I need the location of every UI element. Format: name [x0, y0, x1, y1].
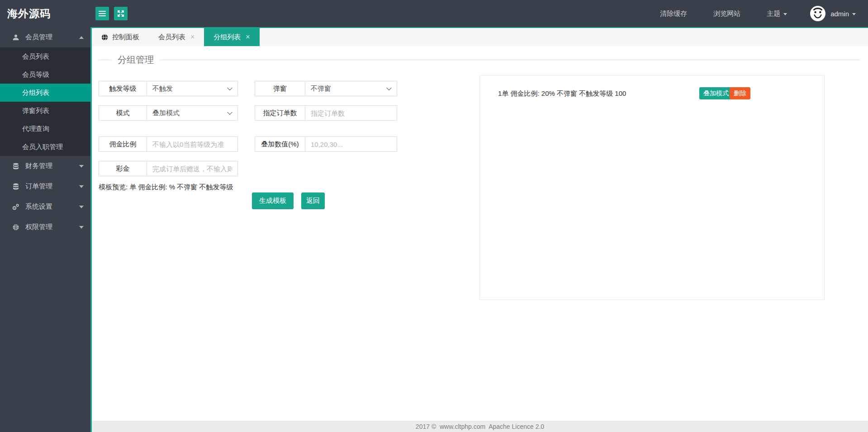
sidebar-toggle-button[interactable] — [95, 7, 109, 20]
sidebar-item-finance-management[interactable]: 财务管理 — [0, 156, 90, 176]
chevron-down-icon — [79, 165, 84, 168]
user-icon — [11, 34, 20, 41]
sidebar-item-group-list[interactable]: 分组列表 — [0, 84, 90, 102]
cogs-icon — [11, 203, 20, 211]
template-item: 1单 佣金比例: 20% 不弹窗 不触发等级 100 叠加模式 删除 — [480, 87, 824, 100]
page-title: 分组管理 — [98, 54, 860, 66]
popup-group: 弹窗 不弹窗 — [255, 81, 397, 96]
globe-icon — [101, 34, 108, 41]
chevron-down-icon — [79, 226, 84, 229]
mode-select[interactable]: 叠加模式 — [147, 105, 238, 121]
sidebar-item-member-list[interactable]: 会员列表 — [0, 47, 90, 66]
fullscreen-button[interactable] — [114, 7, 128, 20]
theme-dropdown[interactable]: 主题 — [767, 9, 787, 18]
chevron-down-icon — [227, 85, 232, 90]
order-count-group: 指定订单数 — [255, 105, 397, 121]
topbar: 清除缓存 浏览网站 主题 admin — [90, 0, 868, 27]
chevron-down-icon — [386, 85, 391, 90]
stack-value-group: 叠加数值(%) — [255, 136, 397, 152]
template-delete-button[interactable]: 删除 — [730, 87, 750, 99]
globe-grid-icon — [11, 224, 20, 231]
chevron-down-icon — [227, 110, 232, 115]
user-dropdown[interactable]: admin — [830, 10, 856, 18]
generate-template-button[interactable]: 生成模板 — [252, 193, 294, 209]
chevron-down-icon — [79, 206, 84, 208]
sidebar-item-system-settings[interactable]: 系统设置 — [0, 197, 90, 217]
popup-label: 弹窗 — [255, 81, 305, 96]
database-icon — [11, 183, 20, 190]
trigger-level-select[interactable]: 不触发 — [147, 81, 238, 96]
database-icon — [11, 163, 20, 170]
template-list-panel: 1单 佣金比例: 20% 不弹窗 不触发等级 100 叠加模式 删除 — [479, 75, 825, 300]
bonus-label: 彩金 — [99, 161, 147, 176]
back-button[interactable]: 返回 — [301, 193, 325, 209]
topbar-right: 清除缓存 浏览网站 主题 admin — [634, 5, 868, 22]
app-logo: 海外源码 — [0, 0, 90, 27]
tab-group-list[interactable]: 分组列表 × — [204, 28, 259, 46]
expand-icon — [117, 10, 124, 17]
sidebar-item-label: 权限管理 — [25, 223, 52, 231]
trigger-level-group: 触发等级 不触发 — [99, 81, 238, 96]
template-preview-text: 模板预览: 单 佣金比例: % 不弹窗 不触发等级 — [99, 183, 233, 192]
close-icon[interactable]: × — [246, 33, 250, 41]
popup-select[interactable]: 不弹窗 — [305, 81, 397, 96]
commission-label: 佣金比例 — [99, 136, 147, 152]
trigger-level-label: 触发等级 — [99, 81, 147, 96]
avatar[interactable] — [810, 5, 826, 22]
chevron-down-icon — [783, 13, 787, 15]
sidebar-item-permission-management[interactable]: 权限管理 — [0, 217, 90, 237]
tab-bar: 控制面板 会员列表 × 分组列表 × — [92, 28, 868, 46]
sidebar-item-member-management[interactable]: 会员管理 — [0, 27, 90, 47]
close-icon[interactable]: × — [190, 33, 194, 41]
sidebar-item-agent-query[interactable]: 代理查询 — [0, 120, 90, 138]
chevron-down-icon — [79, 185, 84, 188]
sidebar-item-member-onboarding[interactable]: 会员入职管理 — [0, 138, 90, 156]
commission-group: 佣金比例 — [99, 136, 238, 152]
bonus-input[interactable] — [147, 161, 238, 176]
clear-cache-link[interactable]: 清除缓存 — [660, 9, 687, 18]
sidebar-item-order-management[interactable]: 订单管理 — [0, 176, 90, 197]
bonus-group: 彩金 — [99, 161, 238, 176]
sidebar-item-member-level[interactable]: 会员等级 — [0, 66, 90, 84]
tab-dashboard[interactable]: 控制面板 — [92, 28, 149, 46]
stack-value-label: 叠加数值(%) — [255, 136, 305, 152]
sidebar-item-label: 会员管理 — [25, 33, 52, 42]
hamburger-icon — [99, 9, 106, 18]
stack-value-input[interactable] — [305, 136, 397, 152]
sidebar: 海外源码 会员管理 会员列表 会员等级 分组列表 弹窗列表 代理查询 会员入职管… — [0, 0, 90, 432]
group-management-page: 分组管理 触发等级 不触发 弹窗 不弹窗 模式 叠加模式 — [92, 46, 868, 421]
mode-group: 模式 叠加模式 — [99, 105, 238, 121]
template-item-text: 1单 佣金比例: 20% 不弹窗 不触发等级 100 — [498, 89, 626, 98]
sidebar-item-label: 系统设置 — [25, 202, 52, 211]
footer: 2017 © www.cltphp.com Apache Licence 2.0 — [92, 421, 868, 432]
sidebar-item-popup-list[interactable]: 弹窗列表 — [0, 102, 90, 120]
order-count-label: 指定订单数 — [255, 105, 305, 121]
member-submenu: 会员列表 会员等级 分组列表 弹窗列表 代理查询 会员入职管理 — [0, 47, 90, 156]
main-content: 控制面板 会员列表 × 分组列表 × 分组管理 触发等级 不触发 弹窗 — [90, 27, 868, 432]
browse-site-link[interactable]: 浏览网站 — [713, 9, 740, 18]
chevron-down-icon — [852, 13, 856, 15]
tab-member-list[interactable]: 会员列表 × — [149, 28, 204, 46]
commission-input[interactable] — [147, 136, 238, 152]
template-mode-button[interactable]: 叠加模式 — [699, 87, 733, 99]
chevron-up-icon — [79, 36, 84, 39]
order-count-input[interactable] — [305, 105, 397, 121]
sidebar-item-label: 财务管理 — [25, 162, 52, 170]
sidebar-item-label: 订单管理 — [25, 182, 52, 191]
mode-label: 模式 — [99, 105, 147, 121]
